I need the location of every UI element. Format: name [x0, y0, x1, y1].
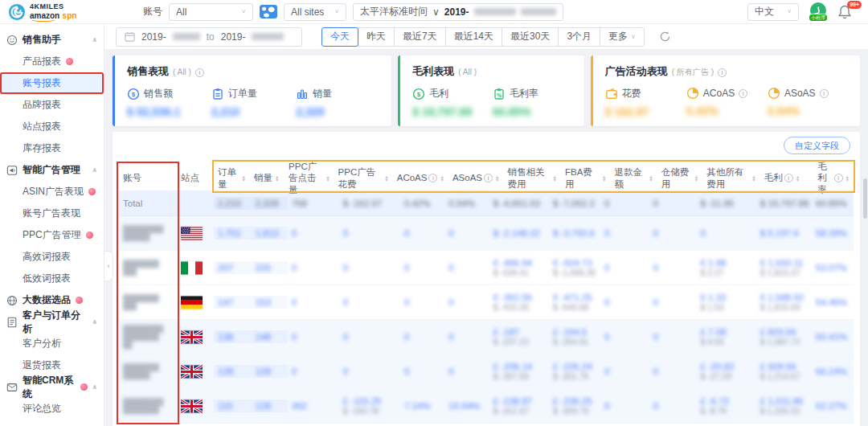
cell-value[interactable]: 0 — [604, 263, 645, 272]
cell-value[interactable]: 0 — [604, 228, 645, 238]
cell-value[interactable]: 147 — [218, 297, 248, 307]
cell-value[interactable]: 0 — [653, 228, 693, 238]
sidebar-item-site-report[interactable]: 站点报表 — [0, 116, 104, 137]
cell-value[interactable]: £ -236.25 — [553, 396, 596, 406]
cell-value[interactable]: 54.46% — [816, 297, 850, 307]
sidebar-item-sales-assistant[interactable]: 销售助手∧ — [0, 29, 104, 51]
range-button-2[interactable]: 昨天 — [358, 27, 395, 47]
sidebar-item-asin-ad-performance[interactable]: ASIN广告表现 — [0, 181, 104, 203]
cell-value[interactable]: 153 — [256, 297, 284, 307]
cell-value[interactable]: 148 — [256, 332, 284, 342]
column-header-13[interactable]: 其他所有费用▲▼ — [702, 165, 760, 191]
cell-value[interactable]: £ -20.82 — [700, 362, 751, 371]
world-map-icon[interactable] — [260, 5, 277, 18]
sidebar-item-brand-report[interactable]: 品牌报表 — [0, 94, 104, 116]
cell-value[interactable]: 58.39% — [816, 228, 850, 238]
cell-value[interactable]: 0 — [343, 228, 396, 238]
sidebar-item-inventory-report[interactable]: 库存报表 — [0, 137, 104, 159]
sort-icon[interactable]: ▲▼ — [796, 175, 800, 182]
sidebar-item-smart-crm[interactable]: 智能CRM系统∧ — [0, 376, 104, 398]
cell-value[interactable]: 60.41% — [816, 332, 850, 342]
cell-value[interactable]: 0 — [404, 297, 440, 307]
info-icon[interactable]: i — [718, 68, 727, 77]
sort-icon[interactable]: ▲▼ — [602, 175, 606, 182]
cell-value[interactable]: £ -235.24 — [553, 362, 596, 371]
cell-value[interactable]: 0 — [292, 332, 335, 342]
column-header-12[interactable]: 仓储费用▲▼ — [657, 165, 703, 191]
cell-value[interactable]: £ -194.5 — [553, 327, 596, 337]
sort-icon[interactable]: ▲▼ — [275, 175, 279, 182]
column-header-11[interactable]: 退款金额▲▼ — [610, 165, 657, 191]
language-select[interactable]: 中文∨ — [747, 3, 799, 21]
cell-value[interactable]: 7.14% — [404, 401, 440, 411]
sort-icon[interactable]: ▲▼ — [649, 175, 653, 182]
cell-value[interactable]: 1,701 — [218, 228, 248, 238]
cell-value[interactable]: £ 7.58 — [700, 327, 751, 337]
cell-value[interactable]: 0 — [604, 367, 645, 376]
sidebar-item-account-report[interactable]: 账号报表 — [0, 72, 104, 94]
cell-value[interactable]: € -466.94 — [493, 258, 545, 268]
sidebar-collapse-handle[interactable]: ‹ — [104, 251, 113, 281]
info-icon[interactable]: i — [484, 174, 493, 182]
cell-value[interactable]: 0 — [653, 297, 693, 307]
range-button-1[interactable]: 今天 — [321, 27, 358, 47]
sort-icon[interactable]: ▲▼ — [440, 175, 444, 182]
column-header-7[interactable]: ACoASi▲▼ — [393, 170, 448, 185]
column-header-3[interactable]: 订单量▲▼ — [214, 165, 250, 191]
cell-value[interactable]: € 1.98 — [700, 258, 751, 268]
cell-value[interactable]: 0 — [448, 228, 485, 238]
cell-value[interactable]: 128 — [256, 401, 284, 411]
sort-icon[interactable]: ▲▼ — [552, 175, 556, 182]
sites-select[interactable]: All sites∨ — [284, 3, 346, 21]
sort-icon[interactable]: ▲▼ — [495, 175, 499, 182]
cell-value[interactable]: £ -6.72 — [700, 396, 751, 406]
cell-value[interactable]: £ -206.14 — [493, 362, 545, 371]
cell-value[interactable]: 15.94% — [448, 401, 485, 411]
cell-value[interactable]: € 1,593.11 — [760, 258, 808, 268]
cell-value[interactable]: € -362.55 — [493, 293, 545, 302]
sort-icon[interactable]: ▲▼ — [845, 175, 850, 182]
cell-value[interactable]: 0 — [292, 228, 335, 238]
column-header-10[interactable]: FBA费用▲▼ — [561, 165, 611, 191]
cell-value[interactable]: £ -187 — [493, 327, 545, 337]
cell-value[interactable]: 0 — [404, 332, 440, 342]
column-header-8[interactable]: ASoASi▲▼ — [448, 170, 504, 185]
cell-value[interactable]: 0 — [404, 228, 440, 238]
sidebar-item-account-ad-performance[interactable]: 账号广告表现 — [0, 203, 104, 224]
sort-icon[interactable]: ▲▼ — [241, 175, 245, 182]
cell-value[interactable]: 0 — [343, 297, 396, 307]
cell-value[interactable]: 0 — [448, 332, 485, 342]
info-icon[interactable]: i — [195, 68, 204, 77]
cell-value[interactable]: 66.24% — [816, 367, 850, 376]
column-header-5[interactable]: PPC广告点击量▲▼ — [285, 159, 334, 197]
cell-value[interactable]: 138 — [218, 332, 248, 342]
sidebar-item-review-overview[interactable]: 评论总览 — [0, 398, 104, 420]
cell-value[interactable]: 0 — [700, 228, 751, 238]
range-button-7[interactable]: 更多∨ — [600, 27, 645, 47]
info-icon[interactable]: i — [739, 89, 747, 98]
cell-value[interactable]: 0 — [404, 367, 440, 376]
cell-value[interactable]: € -471.25 — [553, 293, 596, 302]
cell-value[interactable]: 0 — [604, 401, 645, 411]
cell-value[interactable]: 0 — [604, 332, 645, 342]
cell-value[interactable]: 53.07% — [816, 263, 850, 272]
refresh-button[interactable] — [659, 31, 671, 43]
sort-icon[interactable]: ▲▼ — [694, 175, 698, 182]
cell-value[interactable]: $ -2,148.32 — [493, 228, 545, 238]
column-header-15[interactable]: 毛利率i▲▼ — [813, 159, 854, 197]
cell-value[interactable]: 0 — [653, 367, 693, 376]
cell-value[interactable]: € -924.73 — [553, 258, 596, 268]
cell-value[interactable]: £ 829.56 — [760, 327, 808, 337]
cell-value[interactable]: 0 — [653, 401, 693, 411]
cell-value[interactable]: 0 — [343, 332, 396, 342]
vertical-scrollbar-thumb[interactable] — [863, 178, 867, 219]
sidebar-item-high-eff-word-report[interactable]: 高效词报表 — [0, 246, 104, 268]
range-button-6[interactable]: 3个月 — [558, 27, 600, 47]
cell-value[interactable]: 0 — [448, 297, 485, 307]
range-button-3[interactable]: 最近7天 — [394, 27, 446, 47]
column-header-6[interactable]: PPC广告花费▲▼ — [334, 165, 393, 191]
date-range-input[interactable]: 2019- to 2019- — [116, 27, 302, 47]
sidebar-item-ppc-ad-manage[interactable]: PPC广告管理 — [0, 224, 104, 246]
cell-value[interactable]: 0 — [448, 367, 485, 376]
4kmiles-logo[interactable]: 4KMILES amazon spn — [8, 3, 103, 21]
